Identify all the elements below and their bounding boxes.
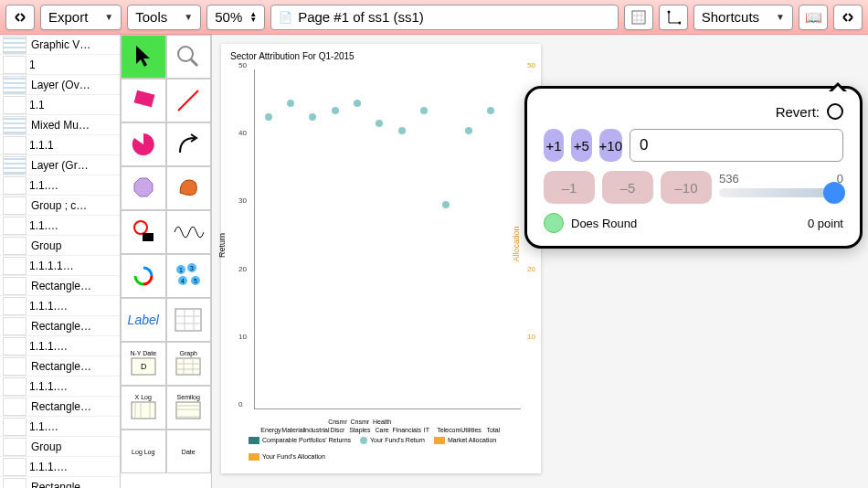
toolbar: Export▼ Tools▼ 50%▲▼ 📄Page #1 of ss1 (ss… — [0, 0, 868, 35]
svg-rect-20 — [176, 358, 200, 375]
layer-thumb — [3, 156, 26, 175]
layer-thumb — [3, 317, 26, 335]
svg-line-5 — [178, 90, 198, 111]
book-button[interactable]: 📖 — [799, 5, 828, 30]
page-field[interactable]: 📄Page #1 of ss1 (ss1) — [270, 5, 619, 30]
layer-thumb — [3, 398, 26, 416]
layer-row[interactable]: 1.1.… — [0, 216, 120, 236]
plus-10-button[interactable]: +10 — [599, 129, 622, 162]
layer-row[interactable]: Group ; c… — [0, 196, 120, 216]
svg-text:4: 4 — [181, 278, 185, 284]
canvas[interactable]: Sector Attribution For Q1-2015 Return Al… — [212, 35, 868, 488]
ny-date-tool[interactable]: N-Y DateD — [121, 342, 166, 386]
scatter-tool[interactable]: 1345 — [166, 254, 212, 298]
layer-row[interactable]: 1.1.1.… — [0, 377, 120, 397]
layer-row[interactable]: 1.1.1.1… — [0, 256, 120, 276]
does-round-label: Does Round — [571, 217, 637, 230]
revert-button[interactable] — [827, 103, 843, 120]
swirl-tool[interactable] — [121, 254, 166, 298]
layer-row[interactable]: 1.1.… — [0, 175, 120, 196]
date-tool[interactable]: Date — [166, 430, 212, 473]
svg-point-2 — [678, 21, 681, 24]
layer-row[interactable]: 1.1.… — [0, 417, 120, 437]
layer-row[interactable]: Group — [0, 236, 120, 256]
tools-menu[interactable]: Tools▼ — [127, 5, 201, 30]
zoom-tool[interactable] — [166, 35, 212, 79]
chart-title: Sector Attribution For Q1-2015 — [230, 51, 535, 61]
y2-axis-label: Allocation — [511, 226, 520, 261]
value-slider[interactable]: 536 0 — [719, 175, 843, 199]
layer-row[interactable]: 1.1.1 — [0, 135, 120, 155]
arrow-tool[interactable] — [166, 122, 212, 166]
xlog-tool[interactable]: X Log — [121, 386, 166, 430]
svg-point-3 — [178, 47, 193, 61]
pie-tool[interactable] — [121, 122, 166, 166]
svg-rect-22 — [176, 402, 200, 419]
value-input[interactable] — [630, 129, 843, 162]
layer-row[interactable]: Graphic V… — [0, 35, 120, 55]
minus-1-button[interactable]: –1 — [544, 171, 595, 204]
layer-row[interactable]: 1.1.1.… — [0, 336, 120, 356]
nav-prev-button[interactable] — [5, 5, 35, 30]
layer-row[interactable]: Layer (Ov… — [0, 75, 120, 95]
layer-row[interactable]: 1.1.1.… — [0, 457, 120, 477]
layer-row[interactable]: Rectangle… — [0, 276, 120, 296]
layer-thumb — [3, 237, 26, 255]
export-menu[interactable]: Export▼ — [40, 5, 122, 30]
shortcuts-menu[interactable]: Shortcuts▼ — [693, 5, 793, 30]
minus-10-button[interactable]: –10 — [661, 171, 712, 204]
svg-rect-17 — [175, 309, 201, 331]
layer-thumb — [3, 196, 26, 215]
layer-row[interactable]: 1.1 — [0, 95, 120, 115]
layers-panel: Graphic V… 1 Layer (Ov… 1.1 Mixed Mu… 1.… — [0, 35, 121, 488]
svg-marker-6 — [134, 178, 153, 196]
graph-tool[interactable]: Graph — [166, 342, 212, 386]
rectangle-tool[interactable] — [121, 79, 166, 122]
svg-rect-8 — [143, 233, 153, 241]
document-page[interactable]: Sector Attribution For Q1-2015 Return Al… — [221, 44, 541, 473]
layer-row[interactable]: Rectangle… — [0, 316, 120, 336]
label-tool[interactable]: Label — [121, 298, 166, 342]
document-icon: 📄 — [279, 11, 292, 24]
chart-legend: Comparable Portfolios' Returns Your Fund… — [249, 437, 526, 461]
chart: Sector Attribution For Q1-2015 Return Al… — [230, 51, 535, 464]
svg-point-1 — [667, 10, 670, 13]
line-tool[interactable] — [166, 79, 212, 122]
book-icon: 📖 — [805, 9, 822, 26]
y-axis-label: Return — [217, 233, 227, 258]
layer-row[interactable]: Rectangle — [0, 477, 120, 488]
layer-row[interactable]: Layer (Gr… — [0, 155, 120, 175]
plus-5-button[interactable]: +5 — [571, 129, 591, 162]
table-tool[interactable] — [166, 298, 212, 342]
layer-thumb — [3, 478, 26, 489]
layer-row[interactable]: 1.1.1.… — [0, 296, 120, 316]
layer-row[interactable]: Rectangle… — [0, 397, 120, 417]
chart-axes: Allocation 010203040501020304050Energy M… — [254, 69, 521, 409]
axis-button[interactable] — [659, 5, 688, 30]
svg-rect-0 — [632, 11, 645, 24]
minus-5-button[interactable]: –5 — [602, 171, 653, 204]
circle-tool[interactable] — [121, 210, 166, 254]
layer-row[interactable]: Group — [0, 437, 120, 457]
layer-row[interactable]: Rectangle… — [0, 356, 120, 377]
layer-thumb — [3, 277, 26, 295]
layer-row[interactable]: Mixed Mu… — [0, 115, 120, 135]
layer-thumb — [3, 357, 26, 376]
semilog-tool[interactable]: Semilog — [166, 386, 212, 430]
layer-thumb — [3, 36, 26, 54]
value-popover: Revert: +1 +5 +10 –1 –5 –10 536 0 — [524, 86, 863, 249]
pointer-tool[interactable] — [121, 35, 166, 79]
does-round-toggle[interactable] — [544, 213, 564, 233]
svg-text:5: 5 — [194, 278, 197, 284]
blob-tool[interactable] — [166, 166, 212, 210]
revert-label: Revert: — [776, 104, 820, 120]
grid-button[interactable] — [624, 5, 653, 30]
nav-next-button[interactable] — [833, 5, 863, 30]
plus-1-button[interactable]: +1 — [544, 129, 564, 162]
loglog-tool[interactable]: Log Log — [121, 430, 166, 473]
zoom-select[interactable]: 50%▲▼ — [206, 5, 265, 30]
wave-tool[interactable] — [166, 210, 212, 254]
svg-rect-4 — [133, 90, 154, 108]
layer-row[interactable]: 1 — [0, 55, 120, 75]
octagon-tool[interactable] — [121, 166, 166, 210]
